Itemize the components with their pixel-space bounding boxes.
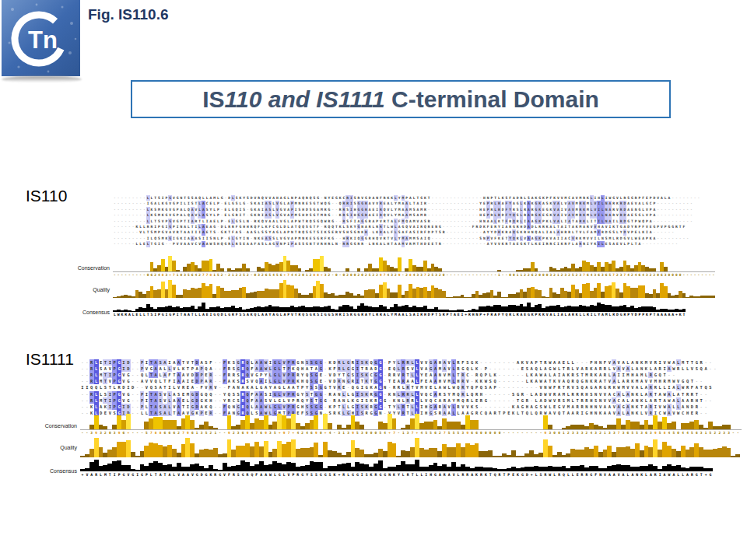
track-label-conservation: Conservation xyxy=(0,265,110,271)
conservation-bar xyxy=(298,268,302,271)
conservation-bar xyxy=(103,426,107,429)
sequence-row: ------KLLRRIPGIGPINALTILAEAG-DLRRFGHHRQF… xyxy=(113,224,686,229)
gap-cell: - xyxy=(675,241,679,247)
sequence-row: ---------LLTSIPGVGNTSSAQLLAMLG-DLSKYSDVR… xyxy=(113,195,700,201)
gap-cell: - xyxy=(713,366,717,372)
is1111-label: IS1111 xyxy=(26,350,74,369)
logo-tn-text: Tn xyxy=(28,26,58,54)
conservation-bar xyxy=(176,270,180,271)
track-label-consensus: Consensus xyxy=(0,468,77,474)
quality-histogram xyxy=(113,279,715,298)
conservation-bar xyxy=(497,270,501,271)
conservation-value: - xyxy=(735,430,740,436)
conservation-values: --39320396+---5788666279613521--92369476… xyxy=(80,430,740,436)
gap-cell: - xyxy=(689,212,693,218)
sequence-row: ------LLELTGIG--PVVAAVCVAAWSHQGRLRSEAAFA… xyxy=(113,241,679,247)
sequence-row: ---------LKSMKGVGPALQAVLASYLP-ELGRIT-GKR… xyxy=(113,212,693,218)
track-label-consensus: Consensus xyxy=(0,310,110,316)
gap-cell: - xyxy=(708,359,713,366)
is110-label: IS110 xyxy=(26,187,67,205)
conservation-bar xyxy=(672,422,676,429)
logo-shadow xyxy=(2,76,82,82)
conservation-bar xyxy=(535,268,538,271)
quality-histogram xyxy=(80,437,742,457)
sequence-row: --RLLSIPGVG--PITASVLASEMGDGQQ--YQSSRQFAA… xyxy=(80,391,708,397)
consensus-histogram xyxy=(113,299,715,312)
conservation-bar xyxy=(246,268,250,271)
conservation-bar xyxy=(548,425,552,429)
title-segment: 110 and IS1111 xyxy=(225,86,385,112)
tn-registry-logo: Tn xyxy=(2,0,80,77)
gap-cell: - xyxy=(689,207,693,212)
sequence-row: ---------LKSMKGVGPALQAVLASYLP-ELGQIS-GKA… xyxy=(113,207,693,212)
conservation-histogram xyxy=(80,412,742,430)
conservation-bar xyxy=(398,257,402,271)
conservation-bar xyxy=(328,268,331,271)
track-label-quality: Quality xyxy=(0,287,110,293)
slide-title: IS110 and IS1111 C-terminal Domain xyxy=(202,86,599,113)
gap-cell: - xyxy=(686,236,689,241)
conservation-bar xyxy=(475,420,479,429)
sequence-row: --RLMTVPGVG--AVVQLTFIAAIEDPAR--FAKSRSVQA… xyxy=(80,378,703,384)
title-segment: C-terminal Domain xyxy=(385,86,599,112)
conservation-bar xyxy=(653,268,657,271)
consensus-histogram xyxy=(80,459,742,471)
residue-cell: S xyxy=(708,384,713,390)
quality-bar xyxy=(735,454,740,457)
gap-cell: - xyxy=(699,378,703,384)
gap-cell: - xyxy=(689,219,693,224)
sequence-row: IIQQLSTLRDID--VQSATILVREA-FVRV--FANAKALG… xyxy=(80,384,713,390)
conservation-bar xyxy=(359,425,364,429)
consensus-sequence: +VARLMTIPGVGIGPLTATALVAAVGDGKRGVFRSGRQFA… xyxy=(80,472,713,478)
conservation-bar xyxy=(345,268,349,271)
gap-cell: - xyxy=(672,372,676,378)
sequence-row: --KLAKIPGID--PLTASALVATIGDAKQ--FQNGRQLAA… xyxy=(80,404,708,410)
consensus-letter: T xyxy=(682,312,686,317)
sequence-row: ---------IGALKGVGPILISTLACELP-ELGSLG-SKA… xyxy=(113,201,693,206)
quality-bar xyxy=(712,296,716,298)
sequence-row: --RLMTIPGVG--PITASVLAAELGDGKH--YRCSRQFAA… xyxy=(80,397,713,404)
slide: Tn Fig. IS110.6 IS110 and IS1111 C-termi… xyxy=(0,0,747,560)
sequence-row: ---------ILQSMKGIGKIAAASIISNLP-ELGYIN-NK… xyxy=(113,236,689,241)
conservation-histogram xyxy=(113,254,715,272)
title-segment: IS xyxy=(202,86,224,112)
conservation-bar xyxy=(220,268,224,271)
gap-cell: - xyxy=(703,391,708,397)
gap-cell: - xyxy=(697,195,701,201)
consensus-sequence: LWKRALELLTSIPGIGPITAATLLAEIGQDLGRFSSAKQL… xyxy=(113,312,686,317)
conservation-bar xyxy=(727,425,731,429)
consensus-bar xyxy=(708,468,713,471)
conservation-bar xyxy=(314,415,318,429)
residue-cell: F xyxy=(682,224,686,229)
conservation-bar xyxy=(126,414,131,429)
gap-cell: - xyxy=(689,201,693,206)
gap-cell: - xyxy=(708,397,713,404)
sequence-row: --RLETIPGID--PITASAIAATVTDASF--FKSGRQLAA… xyxy=(80,359,713,366)
conservation-bar xyxy=(328,423,332,429)
gap-cell: - xyxy=(671,229,675,235)
conservation-bar xyxy=(392,418,397,429)
track-label-conservation: Conservation xyxy=(0,423,77,429)
track-label-quality: Quality xyxy=(0,445,77,451)
conservation-value: - xyxy=(712,272,716,278)
gap-cell: - xyxy=(703,404,708,410)
conservation-values: ---------062483+71035642778152-212252-03… xyxy=(113,272,715,278)
sequence-row: ---------LLTSVPGVGPTIARTLIAELP-ELGSLN-RK… xyxy=(113,219,693,224)
figure-label: Fig. IS110.6 xyxy=(88,6,169,23)
sequence-row: --RLSAVPGID--PVGAALLVLKTPAPQA--FRSGRQFAA… xyxy=(80,366,717,372)
conservation-bar xyxy=(357,268,361,271)
consensus-letter: G xyxy=(708,472,713,478)
sequence-row: -------VLTSMPGVAVRTAAIIIAETS-GKTFAS-AASL… xyxy=(113,229,675,235)
sequence-row: --RLMTIPGVG--QLTALAFTAAVDDPER--FRRSRQVGP… xyxy=(80,372,676,378)
conservation-bar xyxy=(213,428,218,429)
title-box: IS110 and IS1111 C-terminal Domain xyxy=(131,80,671,118)
conservation-bar xyxy=(438,268,442,271)
conservation-bar xyxy=(664,267,668,271)
